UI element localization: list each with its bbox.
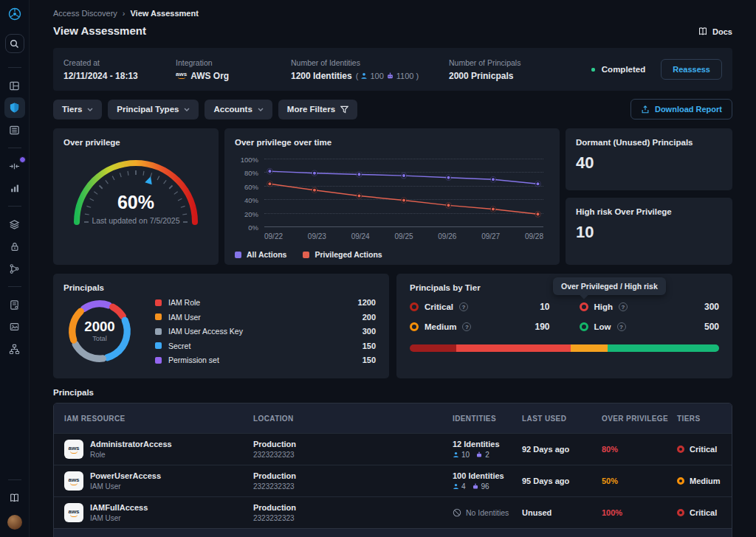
more-filters-button[interactable]: More Filters: [278, 100, 357, 119]
hierarchy-icon: [9, 344, 20, 355]
chevron-down-icon: [184, 108, 190, 111]
tier-low: Low ? 500: [580, 322, 720, 332]
logo-icon[interactable]: [8, 7, 21, 21]
sidebar-divider: [8, 479, 21, 480]
avatar[interactable]: [7, 515, 22, 530]
sidebar-item-doc-settings[interactable]: [4, 294, 25, 315]
created-at-value: 12/11/2024 - 18:13: [63, 71, 176, 81]
search-button[interactable]: [5, 34, 24, 53]
legend-swatch: [303, 252, 309, 258]
line-chart-title: Over privilege over time: [235, 138, 549, 147]
legend-item: Permission set150: [155, 356, 376, 364]
line-chart-plot: 100% 80% 60% 40% 20% 0%: [264, 159, 543, 226]
gauge-value: 60%: [117, 192, 154, 212]
legend-item: Secret150: [155, 342, 376, 350]
reassess-button[interactable]: Reassess: [661, 59, 722, 80]
line-chart-svg: [264, 159, 543, 222]
table-row[interactable]: aws PowerUserAccess IAM User Production …: [54, 465, 732, 496]
tier-ring-icon: [677, 446, 684, 453]
sidebar-item-layers[interactable]: [4, 214, 25, 235]
help-icon[interactable]: ?: [459, 302, 468, 311]
help-icon[interactable]: ?: [619, 302, 628, 311]
image-icon: [9, 322, 20, 332]
tier-high: High ? 300: [580, 302, 720, 312]
sidebar-item-access-discovery[interactable]: [4, 97, 25, 118]
help-icon[interactable]: ?: [462, 322, 471, 331]
dormant-value: 40: [576, 153, 722, 173]
over-privilege-value: 50%: [602, 477, 677, 485]
book-icon: [9, 493, 20, 503]
chevron-down-icon: [87, 108, 93, 111]
bar-chart-icon: [10, 183, 20, 193]
principals-field: Number of Principals 2000 Prinicpals: [449, 58, 520, 81]
sidebar-item-analytics[interactable]: [4, 178, 25, 198]
table-row[interactable]: aws IAMFullAccess IAM User Production 23…: [54, 496, 732, 528]
breadcrumb-parent[interactable]: Access Discovery: [53, 9, 117, 18]
sidebar-item-docs[interactable]: [4, 488, 25, 508]
identities-value: 1200 Identities: [291, 71, 352, 81]
aws-icon: aws: [64, 440, 83, 459]
gauge-title: Over privilege: [63, 138, 208, 147]
help-icon[interactable]: ?: [617, 322, 626, 331]
sidebar-item-panel[interactable]: [4, 75, 25, 96]
flow-icon: [9, 161, 20, 172]
sidebar-divider: [8, 67, 21, 68]
integration-value: AWS Org: [190, 71, 229, 81]
machine-identities-count: 1100: [396, 72, 414, 80]
sidebar-item-reports[interactable]: [4, 316, 25, 337]
sidebar-item-lock[interactable]: [4, 236, 25, 257]
download-report-button[interactable]: Download Report: [630, 99, 732, 119]
high-risk-value: 10: [576, 223, 722, 242]
machine-identity-icon: [386, 72, 394, 80]
table-section-title: Principals: [53, 388, 732, 397]
shield-icon: [9, 102, 20, 114]
sidebar-item-inventory[interactable]: [4, 119, 25, 140]
assessment-summary-bar: Created at 12/11/2024 - 18:13 Integratio…: [53, 48, 732, 91]
table-row[interactable]: aws AdministratorAccess Role Production …: [54, 433, 732, 465]
breadcrumb-separator: ›: [123, 9, 126, 18]
over-privilege-value: 80%: [602, 445, 677, 454]
tier-ring-icon: [677, 509, 684, 516]
filter-row: Tiers Principal Types Accounts More Filt…: [53, 99, 732, 119]
over-privilege-value: 100%: [602, 508, 677, 517]
line-chart-legend: All Actions Privileged Actions: [235, 250, 549, 259]
legend-privileged-actions[interactable]: Privileged Actions: [303, 250, 382, 259]
sidebar: [0, 0, 30, 537]
principal-types-filter-button[interactable]: Principal Types: [108, 100, 199, 119]
tier-critical: Critical ? 10: [410, 302, 550, 312]
human-identity-icon: [453, 483, 459, 490]
sidebar-divider: [8, 148, 21, 148]
breadcrumb: Access Discovery › View Assessment: [53, 9, 732, 18]
tier-distribution-bar: [410, 344, 719, 352]
book-icon: [698, 27, 708, 36]
principals-label: Number of Principals: [449, 58, 520, 67]
tier-ring-icon: [677, 477, 684, 485]
machine-identity-icon: [472, 483, 479, 490]
page-title: View Assessment: [53, 24, 732, 37]
over-privilege-over-time-card: Over privilege over time 100% 80% 60% 40…: [224, 128, 560, 265]
sidebar-item-branch[interactable]: [4, 258, 25, 279]
legend-item: IAM Role1200: [155, 298, 376, 307]
sidebar-item-flows[interactable]: [4, 156, 25, 176]
docs-button[interactable]: Docs: [698, 27, 732, 36]
high-risk-card: High risk Over Privilege 10: [566, 198, 732, 265]
tier-medium: Medium ? 190: [410, 322, 550, 332]
machine-identity-icon: [475, 451, 483, 458]
high-ring-icon: [580, 302, 588, 311]
donut-title: Principals: [63, 283, 379, 292]
doc-gear-icon: [9, 299, 20, 311]
aws-logo-icon: aws: [176, 72, 187, 79]
download-icon: [641, 105, 650, 114]
human-identity-icon: [360, 72, 368, 80]
sidebar-item-hierarchy[interactable]: [4, 339, 25, 359]
table-header: IAM RESOURCELOCATION IDENTITIESLAST USED…: [54, 403, 732, 433]
app-window: Access Discovery › View Assessment View …: [0, 0, 756, 537]
human-identities-count: 100: [370, 72, 383, 80]
branch-icon: [9, 263, 20, 274]
gauge-pointer-icon: [145, 176, 154, 185]
dormant-principals-card: Dormant (Unused) Principals 40: [566, 128, 732, 190]
accounts-filter-button[interactable]: Accounts: [205, 100, 272, 119]
tiers-filter-button[interactable]: Tiers: [53, 100, 102, 119]
identities-field: Number of Identities 1200 Identities ( 1…: [291, 58, 449, 81]
legend-all-actions[interactable]: All Actions: [235, 250, 286, 259]
